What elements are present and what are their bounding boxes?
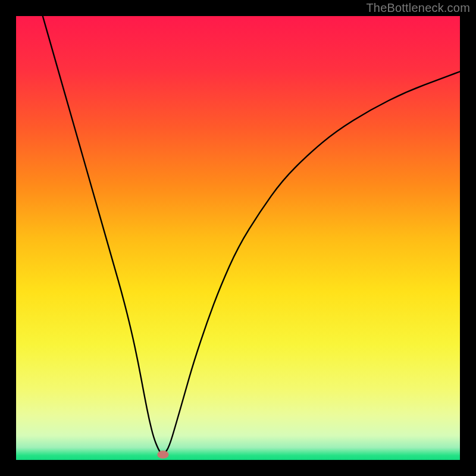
min-point-marker xyxy=(157,450,168,458)
gradient-background xyxy=(16,16,460,460)
chart-frame: TheBottleneck.com xyxy=(0,0,476,476)
plot-area xyxy=(16,16,460,460)
chart-svg xyxy=(16,16,460,460)
watermark-text: TheBottleneck.com xyxy=(366,1,470,15)
